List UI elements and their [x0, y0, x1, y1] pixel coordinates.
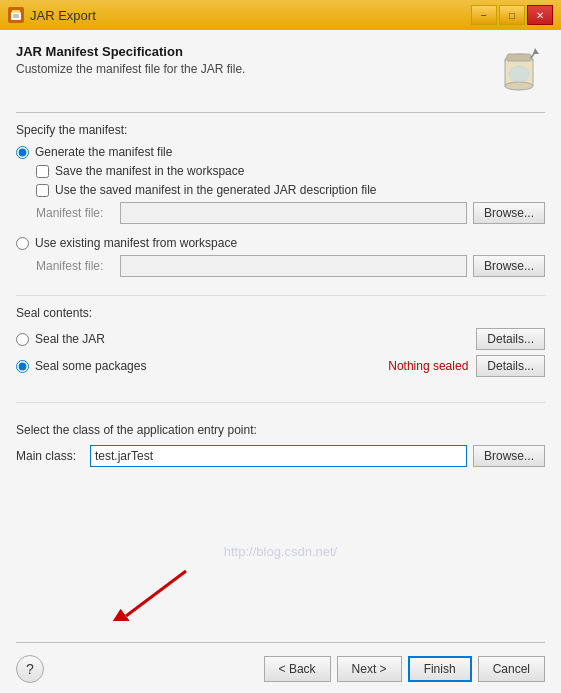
page-subtitle: Customize the manifest file for the JAR …: [16, 62, 245, 76]
title-bar-left: JAR Export: [8, 7, 96, 23]
maximize-button[interactable]: □: [499, 5, 525, 25]
manifest-file-row-1: Manifest file: Browse...: [36, 202, 545, 224]
seal-jar-radio[interactable]: [16, 333, 29, 346]
existing-manifest-label: Use existing manifest from workspace: [35, 236, 237, 250]
header-text: JAR Manifest Specification Customize the…: [16, 44, 245, 76]
back-button[interactable]: < Back: [264, 656, 331, 682]
use-saved-checkbox[interactable]: [36, 184, 49, 197]
seal-contents-label: Seal contents:: [16, 306, 545, 320]
generate-manifest-label: Generate the manifest file: [35, 145, 172, 159]
seal-jar-label: Seal the JAR: [35, 332, 105, 346]
button-bar-left: ?: [16, 655, 44, 683]
seal-jar-row: Seal the JAR: [16, 332, 105, 346]
specify-manifest-label: Specify the manifest:: [16, 123, 545, 137]
app-icon: [8, 7, 24, 23]
nothing-sealed-text: Nothing sealed: [388, 359, 468, 373]
section-divider-1: [16, 295, 545, 296]
svg-rect-0: [11, 12, 21, 20]
manifest-file-label-1: Manifest file:: [36, 206, 114, 220]
entry-point-label: Select the class of the application entr…: [16, 423, 545, 437]
main-class-input[interactable]: [90, 445, 467, 467]
save-workspace-checkbox[interactable]: [36, 165, 49, 178]
svg-line-11: [126, 571, 186, 616]
minimize-button[interactable]: −: [471, 5, 497, 25]
window-content: JAR Manifest Specification Customize the…: [0, 30, 561, 693]
window-title: JAR Export: [30, 8, 96, 23]
button-bar: ? < Back Next > Finish Cancel: [16, 651, 545, 683]
entry-point-section: Select the class of the application entr…: [16, 423, 545, 467]
seal-packages-label: Seal some packages: [35, 359, 146, 373]
window-controls: − □ ✕: [471, 5, 553, 25]
finish-button[interactable]: Finish: [408, 656, 472, 682]
manifest-file-row-2: Manifest file: Browse...: [36, 255, 545, 277]
generate-options-indent: Save the manifest in the workspace Use t…: [36, 164, 545, 232]
svg-point-6: [505, 82, 533, 90]
browse-button-2[interactable]: Browse...: [473, 255, 545, 277]
save-workspace-row: Save the manifest in the workspace: [36, 164, 545, 178]
help-button[interactable]: ?: [16, 655, 44, 683]
save-workspace-label: Save the manifest in the workspace: [55, 164, 244, 178]
seal-section: Seal contents: Seal the JAR Details... S…: [16, 306, 545, 382]
main-class-row: Main class: Browse...: [16, 445, 545, 467]
content-area: http://blog.csdn.net/: [16, 467, 545, 634]
seal-packages-row: Seal some packages: [16, 359, 146, 373]
seal-packages-radio[interactable]: [16, 360, 29, 373]
button-bar-right: < Back Next > Finish Cancel: [264, 656, 545, 682]
page-title: JAR Manifest Specification: [16, 44, 245, 59]
generate-manifest-radio[interactable]: [16, 146, 29, 159]
manifest-file-input-2[interactable]: [120, 255, 467, 277]
next-button[interactable]: Next >: [337, 656, 402, 682]
seal-packages-details-button[interactable]: Details...: [476, 355, 545, 377]
use-saved-label: Use the saved manifest in the generated …: [55, 183, 377, 197]
section-divider-2: [16, 402, 545, 403]
title-bar: JAR Export − □ ✕: [0, 0, 561, 30]
existing-manifest-row: Use existing manifest from workspace: [16, 236, 545, 250]
close-button[interactable]: ✕: [527, 5, 553, 25]
bottom-separator: [16, 642, 545, 643]
svg-rect-7: [507, 54, 531, 61]
manifest-file-label-2: Manifest file:: [36, 259, 114, 273]
cancel-button[interactable]: Cancel: [478, 656, 545, 682]
generate-manifest-row: Generate the manifest file: [16, 145, 545, 159]
browse-button-1[interactable]: Browse...: [473, 202, 545, 224]
svg-marker-10: [533, 48, 539, 54]
main-class-browse-button[interactable]: Browse...: [473, 445, 545, 467]
main-class-label: Main class:: [16, 449, 84, 463]
watermark-text: http://blog.csdn.net/: [224, 543, 337, 558]
manifest-file-input-1[interactable]: [120, 202, 467, 224]
header-separator: [16, 112, 545, 113]
use-saved-row: Use the saved manifest in the generated …: [36, 183, 545, 197]
header-section: JAR Manifest Specification Customize the…: [16, 44, 545, 96]
svg-point-8: [509, 66, 529, 82]
jar-icon: [493, 44, 545, 96]
svg-rect-1: [12, 10, 20, 13]
seal-jar-details-button[interactable]: Details...: [476, 328, 545, 350]
arrow-indicator: [96, 566, 196, 624]
existing-manifest-radio[interactable]: [16, 237, 29, 250]
